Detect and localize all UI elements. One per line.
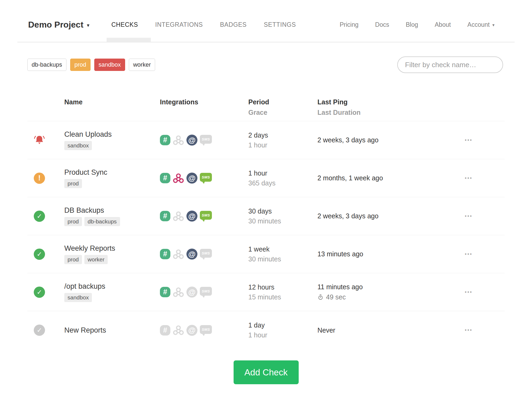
tab-checks[interactable]: CHECKS bbox=[111, 21, 138, 28]
email-icon[interactable]: @ bbox=[186, 211, 197, 222]
check-name[interactable]: Product Sync bbox=[64, 168, 160, 177]
filter-toolbar: db-backups prod sandbox worker bbox=[27, 56, 505, 73]
last-ping-cell: 11 minutes ago 49 sec bbox=[317, 283, 438, 301]
check-tag: prod bbox=[64, 179, 82, 188]
table-row: ✓ Weekly Reports prod worker # @ SMS bbox=[27, 235, 505, 273]
last-ping-cell: 2 weeks, 3 days ago bbox=[317, 212, 438, 220]
email-icon[interactable]: @ bbox=[186, 249, 197, 260]
more-menu-icon[interactable]: ••• bbox=[465, 251, 473, 257]
more-menu-icon[interactable]: ••• bbox=[465, 175, 473, 181]
more-menu-icon[interactable]: ••• bbox=[465, 213, 473, 219]
new-status-icon: ✓ bbox=[34, 325, 45, 336]
period-value: 12 hours bbox=[248, 283, 317, 291]
webhook-icon[interactable] bbox=[173, 287, 184, 298]
row-menu-cell: ••• bbox=[438, 175, 505, 181]
tag-filter-sandbox[interactable]: sandbox bbox=[94, 59, 125, 71]
check-name[interactable]: DB Backups bbox=[64, 206, 160, 215]
sms-icon[interactable]: SMS bbox=[200, 287, 212, 296]
check-name[interactable]: Clean Uploads bbox=[64, 130, 160, 139]
tag-filter-prod[interactable]: prod bbox=[70, 59, 91, 71]
grace-value: 1 hour bbox=[248, 331, 317, 339]
col-header-last-duration: Last Duration bbox=[317, 108, 438, 117]
slack-icon[interactable]: # bbox=[160, 287, 170, 297]
check-name[interactable]: New Reports bbox=[64, 326, 160, 334]
check-tags: sandbox bbox=[64, 293, 160, 302]
integrations-cell: # @ SMS bbox=[160, 249, 248, 260]
last-ping-value: 11 minutes ago bbox=[317, 283, 438, 291]
period-cell: 12 hours 15 minutes bbox=[248, 283, 317, 301]
period-value: 30 days bbox=[248, 207, 317, 215]
email-icon[interactable]: @ bbox=[186, 325, 197, 336]
sms-icon[interactable]: SMS bbox=[200, 173, 212, 182]
webhook-icon[interactable] bbox=[173, 211, 184, 222]
account-menu[interactable]: Account ▾ bbox=[467, 21, 494, 28]
email-icon[interactable]: @ bbox=[186, 135, 197, 146]
webhook-icon[interactable] bbox=[173, 249, 184, 260]
link-blog[interactable]: Blog bbox=[406, 21, 418, 28]
last-ping-value: 2 months, 1 week ago bbox=[317, 174, 438, 182]
email-icon[interactable]: @ bbox=[186, 287, 197, 298]
check-name[interactable]: Weekly Reports bbox=[64, 244, 160, 253]
sms-icon[interactable]: SMS bbox=[200, 325, 212, 334]
link-pricing[interactable]: Pricing bbox=[340, 21, 358, 28]
webhook-icon[interactable] bbox=[173, 325, 184, 336]
add-check-button[interactable]: Add Check bbox=[234, 360, 299, 384]
last-ping-value: 13 minutes ago bbox=[317, 250, 438, 258]
table-header: Name Integrations Period Grace Last Ping… bbox=[27, 73, 505, 121]
more-menu-icon[interactable]: ••• bbox=[465, 137, 473, 143]
status-cell: ✓ bbox=[27, 325, 51, 336]
slack-icon[interactable]: # bbox=[160, 249, 170, 259]
integrations-cell: # @ SMS bbox=[160, 287, 248, 298]
late-status-icon: ! bbox=[34, 173, 45, 184]
link-about[interactable]: About bbox=[435, 21, 451, 28]
integrations-cell: # @ SMS bbox=[160, 173, 248, 184]
check-name[interactable]: /opt backups bbox=[64, 282, 160, 291]
more-menu-icon[interactable]: ••• bbox=[465, 289, 473, 295]
webhook-icon[interactable] bbox=[173, 173, 184, 184]
tab-integrations[interactable]: INTEGRATIONS bbox=[155, 21, 203, 28]
last-ping-cell: 13 minutes ago bbox=[317, 250, 438, 258]
status-cell: ✓ bbox=[27, 287, 51, 298]
active-tab-indicator bbox=[107, 38, 151, 42]
tag-filter-db-backups[interactable]: db-backups bbox=[27, 59, 66, 71]
sms-icon[interactable]: SMS bbox=[200, 249, 212, 258]
account-label: Account bbox=[467, 21, 490, 28]
slack-icon[interactable]: # bbox=[160, 325, 170, 336]
period-cell: 1 week 30 minutes bbox=[248, 245, 317, 263]
table-row: Clean Uploads sandbox # @ SMS 2 days 1 bbox=[27, 121, 505, 159]
project-switcher[interactable]: Demo Project ▾ bbox=[28, 20, 89, 30]
more-menu-icon[interactable]: ••• bbox=[465, 327, 473, 333]
sms-icon[interactable]: SMS bbox=[200, 211, 212, 220]
col-header-grace: Grace bbox=[248, 108, 317, 117]
page: Demo Project ▾ CHECKS INTEGRATIONS BADGE… bbox=[0, 0, 532, 396]
webhook-icon[interactable] bbox=[173, 135, 184, 146]
tab-settings[interactable]: SETTINGS bbox=[264, 21, 296, 28]
slack-icon[interactable]: # bbox=[160, 211, 170, 221]
sms-icon[interactable]: SMS bbox=[200, 135, 212, 144]
table-row: ! Product Sync prod # @ SMS bbox=[27, 159, 505, 197]
check-name-filter-input[interactable] bbox=[397, 56, 503, 73]
name-cell: Product Sync prod bbox=[51, 168, 160, 188]
last-duration-value: 49 sec bbox=[326, 293, 346, 301]
grace-value: 30 minutes bbox=[248, 217, 317, 225]
col-header-integrations: Integrations bbox=[160, 98, 248, 106]
tag-filter-worker[interactable]: worker bbox=[129, 59, 155, 71]
table-row: ✓ /opt backups sandbox # @ SMS bbox=[27, 273, 505, 311]
period-value: 1 week bbox=[248, 245, 317, 253]
col-header-name: Name bbox=[64, 98, 160, 106]
row-menu-cell: ••• bbox=[438, 213, 505, 219]
slack-icon[interactable]: # bbox=[160, 173, 170, 183]
integrations-cell: # @ SMS bbox=[160, 325, 248, 336]
grace-value: 365 days bbox=[248, 179, 317, 187]
slack-icon[interactable]: # bbox=[160, 135, 170, 145]
status-cell: ✓ bbox=[27, 249, 51, 260]
project-title: Demo Project bbox=[28, 20, 83, 30]
link-docs[interactable]: Docs bbox=[375, 21, 389, 28]
last-ping-cell: 2 weeks, 3 days ago bbox=[317, 136, 438, 144]
site-links: Pricing Docs Blog About Account ▾ bbox=[340, 21, 494, 28]
email-icon[interactable]: @ bbox=[186, 173, 197, 184]
check-tags: prod worker bbox=[64, 255, 160, 264]
row-menu-cell: ••• bbox=[438, 327, 505, 333]
status-cell bbox=[27, 134, 51, 146]
tab-badges[interactable]: BADGES bbox=[220, 21, 246, 28]
